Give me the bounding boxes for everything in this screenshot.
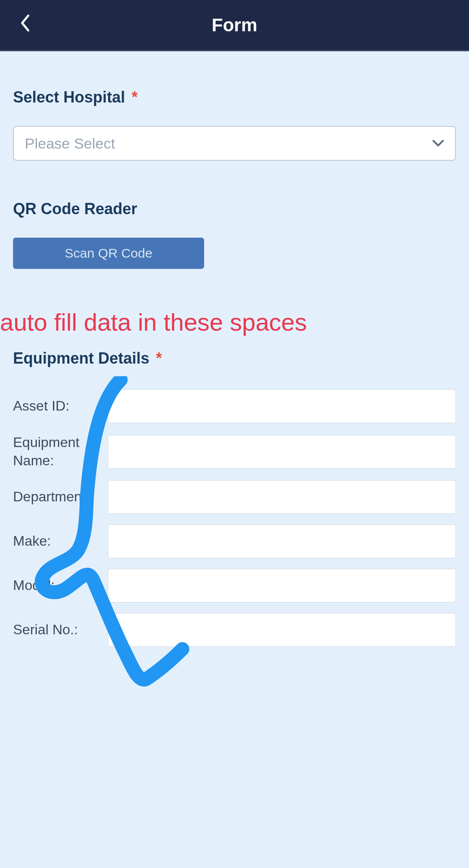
- hospital-dropdown-placeholder: Please Select: [25, 135, 115, 152]
- equipment-name-label: Equipment Name:: [13, 434, 108, 470]
- model-row: Model:: [13, 569, 456, 603]
- department-label: Department:: [13, 488, 108, 506]
- equipment-name-input[interactable]: [108, 435, 456, 469]
- department-input[interactable]: [108, 480, 456, 514]
- serial-no-label: Serial No.:: [13, 621, 108, 639]
- asset-id-input[interactable]: [108, 389, 456, 423]
- equipment-name-row: Equipment Name:: [13, 434, 456, 470]
- make-label: Make:: [13, 532, 108, 550]
- serial-no-input[interactable]: [108, 613, 456, 647]
- serial-no-row: Serial No.:: [13, 613, 456, 647]
- asset-id-row: Asset ID:: [13, 389, 456, 423]
- chevron-down-icon: [432, 136, 444, 150]
- annotation-text: auto fill data in these spaces: [0, 308, 456, 336]
- qr-label: QR Code Reader: [13, 200, 456, 218]
- form-content: Select Hospital * Please Select QR Code …: [0, 51, 469, 647]
- chevron-left-icon: [20, 14, 30, 32]
- qr-field-group: QR Code Reader Scan QR Code: [13, 200, 456, 269]
- required-asterisk-icon: *: [156, 349, 162, 368]
- scan-qr-button[interactable]: Scan QR Code: [13, 238, 204, 269]
- asset-id-label: Asset ID:: [13, 397, 108, 415]
- model-label: Model:: [13, 576, 108, 595]
- hospital-field-group: Select Hospital * Please Select: [13, 88, 456, 161]
- hospital-dropdown[interactable]: Please Select: [13, 126, 456, 161]
- equipment-section-header: Equipment Details *: [13, 349, 456, 368]
- equipment-section: Equipment Details * Asset ID: Equipment …: [13, 349, 456, 647]
- back-button[interactable]: [20, 13, 30, 37]
- required-asterisk-icon: *: [132, 88, 138, 106]
- equipment-section-label: Equipment Details: [13, 349, 149, 368]
- page-title: Form: [212, 15, 258, 36]
- hospital-label: Select Hospital *: [13, 88, 456, 106]
- model-input[interactable]: [108, 569, 456, 603]
- app-header: Form: [0, 0, 469, 51]
- department-row: Department:: [13, 480, 456, 514]
- hospital-label-text: Select Hospital: [13, 88, 125, 106]
- make-row: Make:: [13, 524, 456, 558]
- make-input[interactable]: [108, 524, 456, 558]
